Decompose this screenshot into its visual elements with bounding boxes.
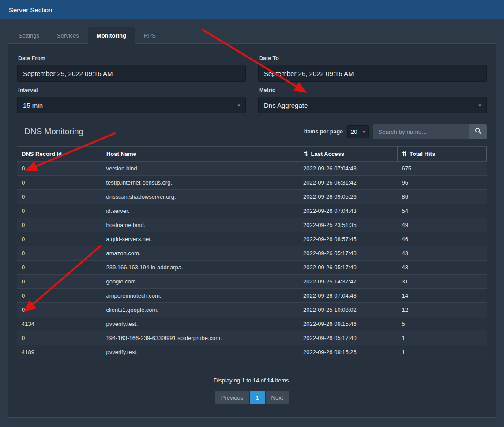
- table-cell: dnsscan.shadowserver.org.: [102, 190, 299, 204]
- dns-table: DNS Record IdHost Name⇅Last Access⇅Total…: [17, 146, 487, 359]
- interval-field: Interval 15 min ▾: [17, 82, 246, 113]
- table-cell: 54: [397, 204, 486, 218]
- table-cell: 0: [17, 246, 102, 261]
- table-row: 0a.gtld-servers.net.2022-09-26 08:57:454…: [17, 232, 487, 246]
- dns-table-body: 0version.bind.2022-09-26 07:04:436750tes…: [17, 162, 487, 359]
- tab-bar: SettingsServicesMonitoringRPS: [10, 27, 496, 43]
- table-row: 0hostname.bind.2022-09-25 23:51:3549: [17, 218, 487, 232]
- search-group: [373, 124, 487, 139]
- page-title: Server Section: [9, 6, 52, 14]
- column-header: DNS Record Id: [17, 147, 102, 162]
- date-to-label: Date To: [259, 55, 486, 61]
- table-cell: 675: [397, 162, 486, 176]
- table-cell: 0: [17, 232, 102, 246]
- table-cell: 43: [397, 246, 486, 261]
- chevron-down-icon: ▾: [478, 102, 481, 108]
- table-cell: 2022-09-26 05:17:40: [299, 331, 397, 345]
- table-row: 0239.166.163.194.in-addr.arpa.2022-09-26…: [17, 261, 487, 275]
- table-row: 0testip.internet-census.org.2022-09-26 0…: [17, 176, 487, 190]
- content-area: SettingsServicesMonitoringRPS Date From …: [0, 19, 504, 418]
- date-from-field: Date From: [17, 50, 246, 82]
- tab-rps[interactable]: RPS: [135, 27, 165, 44]
- metric-value: Dns Aggregate: [264, 102, 308, 109]
- table-cell: 0: [17, 261, 102, 275]
- table-cell: 0: [17, 190, 102, 204]
- table-cell: pvverify.test.: [102, 317, 299, 331]
- tab-settings[interactable]: Settings: [10, 27, 48, 44]
- table-row: 0id.server.2022-09-26 07:04:4354: [17, 204, 487, 218]
- monitoring-panel: Date From Date To Interval 15 min ▾ Metr…: [8, 43, 496, 418]
- page-1-button[interactable]: 1: [250, 391, 264, 404]
- table-cell: 4189: [17, 345, 102, 359]
- table-cell: 43: [397, 261, 486, 275]
- table-cell: 46: [397, 232, 486, 246]
- table-row: 4134pvverify.test.2022-09-26 09:15:465: [17, 317, 487, 331]
- table-cell: 2022-09-26 05:17:40: [299, 261, 397, 275]
- table-cell: 0: [17, 303, 102, 317]
- interval-select[interactable]: 15 min ▾: [17, 97, 246, 113]
- table-cell: 0: [17, 176, 102, 190]
- column-header[interactable]: ⇅Last Access: [299, 147, 397, 162]
- table-row: 0ampereinnotech.com.2022-09-26 07:04:431…: [17, 289, 487, 303]
- previous-page-button[interactable]: Previous: [215, 391, 249, 404]
- table-cell: 2022-09-26 05:17:40: [299, 246, 397, 261]
- table-cell: 0: [17, 162, 102, 176]
- date-from-input[interactable]: [17, 65, 246, 82]
- app-header: Server Section: [0, 0, 504, 19]
- display-summary: Displaying 1 to 14 of 14 items.: [17, 377, 487, 384]
- items-per-page-select[interactable]: 20 ▾: [347, 125, 369, 138]
- table-cell: 2022-09-26 09:05:26: [299, 190, 397, 204]
- table-cell: 1: [397, 345, 486, 359]
- table-cell: google.com.: [102, 275, 299, 289]
- summary-prefix: Displaying 1 to 14 of: [214, 377, 266, 384]
- table-cell: 2022-09-25 14:37:47: [299, 275, 397, 289]
- table-cell: 49: [397, 218, 486, 232]
- table-cell: 2022-09-26 06:31:42: [299, 176, 397, 190]
- table-cell: 2022-09-26 07:04:43: [299, 162, 397, 176]
- items-per-page-value: 20: [351, 128, 357, 135]
- table-cell: 0: [17, 204, 102, 218]
- table-cell: 14: [397, 289, 486, 303]
- table-cell: a.gtld-servers.net.: [102, 232, 299, 246]
- sort-icon: ⇅: [402, 151, 407, 157]
- table-cell: 239.166.163.194.in-addr.arpa.: [102, 261, 299, 275]
- metric-label: Metric: [259, 87, 486, 93]
- summary-suffix: items.: [275, 377, 290, 384]
- metric-field: Metric Dns Aggregate ▾: [258, 82, 487, 113]
- date-from-label: Date From: [18, 55, 245, 61]
- table-cell: 86: [397, 190, 486, 204]
- header-row: DNS Record IdHost Name⇅Last Access⇅Total…: [17, 147, 487, 162]
- table-row: 0version.bind.2022-09-26 07:04:43675: [17, 162, 487, 176]
- tab-services[interactable]: Services: [48, 27, 88, 44]
- table-cell: testip.internet-census.org.: [102, 176, 299, 190]
- table-cell: 0: [17, 275, 102, 289]
- table-cell: 2022-09-26 09:15:26: [299, 345, 397, 359]
- date-to-field: Date To: [258, 50, 487, 82]
- dns-table-head: DNS Record IdHost Name⇅Last Access⇅Total…: [17, 147, 487, 162]
- tab-monitoring[interactable]: Monitoring: [88, 27, 135, 44]
- table-cell: 2022-09-26 07:04:43: [299, 204, 397, 218]
- table-cell: 2022-09-26 09:15:46: [299, 317, 397, 331]
- table-row: 0dnsscan.shadowserver.org.2022-09-26 09:…: [17, 190, 487, 204]
- search-button[interactable]: [469, 124, 487, 139]
- table-cell: 96: [397, 176, 486, 190]
- next-page-button[interactable]: Next: [266, 391, 289, 404]
- table-cell: 5: [397, 317, 486, 331]
- interval-value: 15 min: [23, 102, 43, 109]
- summary-count: 14: [267, 377, 273, 384]
- items-per-page-label: items per page: [304, 128, 343, 135]
- table-cell: id.server.: [102, 204, 299, 218]
- pagination: Previous 1 Next: [17, 391, 487, 404]
- metric-select[interactable]: Dns Aggregate ▾: [258, 97, 487, 113]
- filter-form: Date From Date To Interval 15 min ▾ Metr…: [17, 50, 487, 113]
- table-cell: clients1.google.com.: [102, 303, 299, 317]
- table-cell: 31: [397, 275, 486, 289]
- date-to-input[interactable]: [258, 65, 487, 82]
- column-header: Host Name: [102, 147, 299, 162]
- table-cell: 1: [397, 331, 486, 345]
- column-header[interactable]: ⇅Total Hits: [397, 147, 486, 162]
- table-cell: 2022-09-25 23:51:35: [299, 218, 397, 232]
- interval-label: Interval: [18, 87, 245, 93]
- search-input[interactable]: [373, 124, 469, 139]
- table-cell: 2022-09-26 08:57:45: [299, 232, 397, 246]
